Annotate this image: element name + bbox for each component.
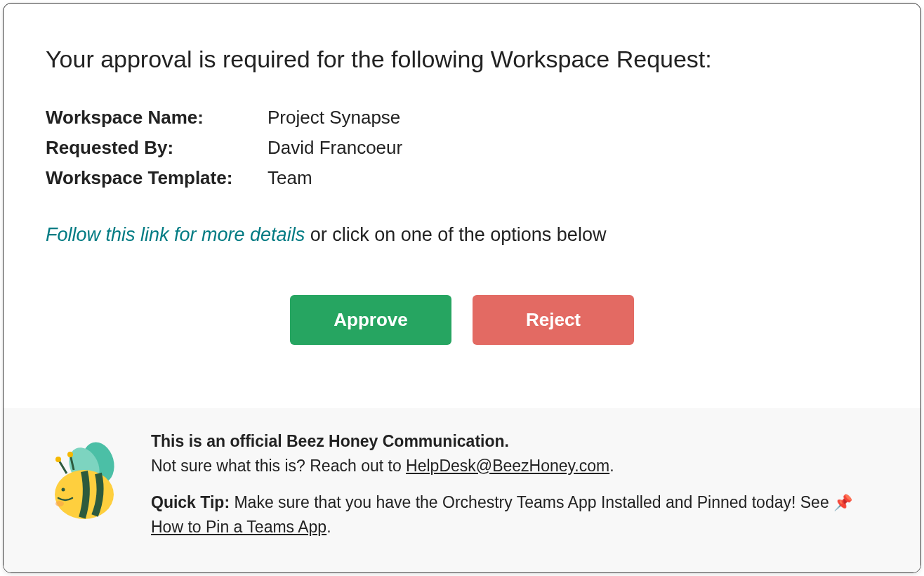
svg-point-7	[62, 488, 65, 492]
approve-button[interactable]: Approve	[290, 295, 451, 345]
requested-by-label: Requested By:	[46, 137, 268, 159]
workspace-template-label: Workspace Template:	[46, 167, 268, 189]
footer-help-prefix: Not sure what this is? Reach out to	[151, 457, 406, 475]
svg-point-3	[55, 457, 61, 462]
bee-icon	[46, 435, 137, 526]
footer-line2: Quick Tip: Make sure that you have the O…	[151, 490, 878, 539]
svg-point-8	[55, 501, 64, 506]
reject-button[interactable]: Reject	[473, 295, 634, 345]
details-link[interactable]: Follow this link for more details	[46, 224, 305, 245]
footer-official-text: This is an official Beez Honey Communica…	[151, 432, 509, 450]
footer-line1: This is an official Beez Honey Communica…	[151, 429, 878, 478]
workspace-template-value: Team	[268, 167, 312, 189]
page-heading: Your approval is required for the follow…	[46, 46, 878, 73]
footer-text: This is an official Beez Honey Communica…	[151, 429, 878, 551]
helpdesk-link[interactable]: HelpDesk@BeezHoney.com	[406, 457, 609, 475]
requested-by-row: Requested By: David Francoeur	[46, 137, 878, 159]
main-content: Your approval is required for the follow…	[4, 4, 920, 408]
quick-tip-text: Make sure that you have the Orchestry Te…	[230, 493, 833, 511]
pin-teams-link[interactable]: How to Pin a Teams App	[151, 518, 326, 536]
workspace-name-row: Workspace Name: Project Synapse	[46, 107, 878, 129]
footer: This is an official Beez Honey Communica…	[4, 408, 920, 572]
quick-tip-label: Quick Tip:	[151, 493, 230, 511]
workspace-template-row: Workspace Template: Team	[46, 167, 878, 189]
svg-point-5	[67, 452, 73, 457]
quick-tip-suffix: .	[326, 518, 331, 536]
workspace-name-label: Workspace Name:	[46, 107, 268, 129]
details-table: Workspace Name: Project Synapse Requeste…	[46, 107, 878, 189]
workspace-name-value: Project Synapse	[268, 107, 400, 129]
link-line: Follow this link for more details or cli…	[46, 224, 878, 246]
link-suffix: or click on one of the options below	[305, 224, 606, 245]
pin-icon: 📌	[833, 494, 852, 511]
requested-by-value: David Francoeur	[268, 137, 402, 159]
approval-card: Your approval is required for the follow…	[3, 3, 921, 573]
button-row: Approve Reject	[46, 295, 878, 345]
footer-help-suffix: .	[609, 457, 614, 475]
